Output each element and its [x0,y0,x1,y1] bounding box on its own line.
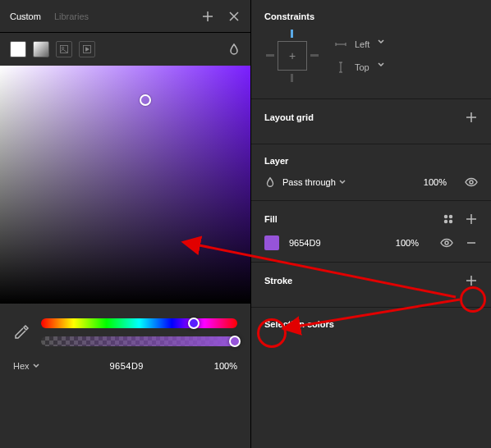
svg-point-1 [62,47,63,48]
selection-colors-section: Selection colors [251,308,491,341]
horizontal-icon [335,39,346,50]
color-mode-select[interactable]: Hex [13,361,39,371]
tab-custom[interactable]: Custom [10,11,41,21]
fill-title: Fill [264,214,278,224]
vertical-icon [335,62,346,73]
remove-fill-button[interactable] [465,236,478,249]
layer-title: Layer [264,156,478,166]
color-cursor[interactable] [140,94,151,106]
constraint-vertical-select[interactable]: Top [335,62,389,73]
add-stroke-button[interactable] [465,274,478,287]
hue-thumb[interactable] [188,318,200,329]
blend-mode-icon[interactable] [227,43,241,56]
constraints-title: Constraints [264,11,478,21]
fill-visibility-toggle[interactable] [440,236,453,249]
constraints-section: Constraints + Left Top [251,0,491,99]
stroke-title: Stroke [264,276,292,286]
constraint-h-label: Left [355,39,369,49]
fill-section: Fill 9654D9 100% [251,201,491,263]
svg-point-4 [445,216,447,218]
svg-point-5 [450,216,452,218]
color-canvas[interactable] [0,66,250,304]
chevron-down-icon [378,39,389,50]
svg-point-3 [470,181,473,184]
opacity-thumb[interactable] [229,336,241,347]
picker-header: Custom Libraries [0,0,250,33]
picker-tabs: Custom Libraries [10,11,201,21]
color-picker-panel: Custom Libraries [0,0,250,448]
add-style-button[interactable] [201,10,214,23]
eyedropper-button[interactable] [13,324,30,341]
constraints-widget[interactable]: + [264,28,320,84]
fill-opacity-input[interactable]: 100% [396,238,419,248]
fill-hex-input[interactable]: 9654D9 [289,238,321,248]
layer-opacity-input[interactable]: 100% [424,177,447,187]
opacity-slider[interactable] [41,336,237,346]
properties-panel: Constraints + Left Top Layo [250,0,491,448]
layout-grid-section: Layout grid [251,99,491,144]
fill-type-row [0,33,250,66]
fill-styles-button[interactable] [442,213,455,226]
chevron-down-icon [378,62,389,73]
fill-type-video[interactable] [79,41,95,57]
selection-colors-title: Selection colors [264,319,334,329]
layer-visibility-toggle[interactable] [465,176,478,189]
color-value-row: Hex 9654D9 100% [0,354,250,382]
close-button[interactable] [227,10,241,23]
sliders-row [0,304,250,354]
fill-type-image[interactable] [56,41,72,57]
hex-input[interactable]: 9654D9 [48,361,206,371]
svg-point-8 [445,241,448,245]
chevron-down-icon [33,363,39,369]
stroke-section: Stroke [251,263,491,308]
chevron-down-icon [339,179,346,185]
fill-color-swatch[interactable] [264,235,279,250]
hue-slider[interactable] [41,318,237,328]
blend-mode-select[interactable]: Pass through [282,177,346,187]
layout-grid-title: Layout grid [264,112,314,122]
svg-point-6 [445,221,447,223]
fill-row: 9654D9 100% [264,235,478,250]
add-fill-button[interactable] [465,213,478,226]
constraint-horizontal-select[interactable]: Left [335,39,389,50]
svg-point-7 [450,221,452,223]
droplet-icon [264,176,276,188]
color-mode-label: Hex [13,361,30,371]
layer-section: Layer Pass through 100% [251,144,491,201]
tab-libraries[interactable]: Libraries [54,11,89,21]
constraint-v-label: Top [355,62,369,72]
add-layout-grid-button[interactable] [465,111,478,124]
blend-mode-label: Pass through [282,177,336,187]
fill-type-linear[interactable] [33,41,49,57]
fill-type-solid[interactable] [10,41,26,57]
plus-icon: + [289,49,296,62]
opacity-input[interactable]: 100% [214,361,237,371]
